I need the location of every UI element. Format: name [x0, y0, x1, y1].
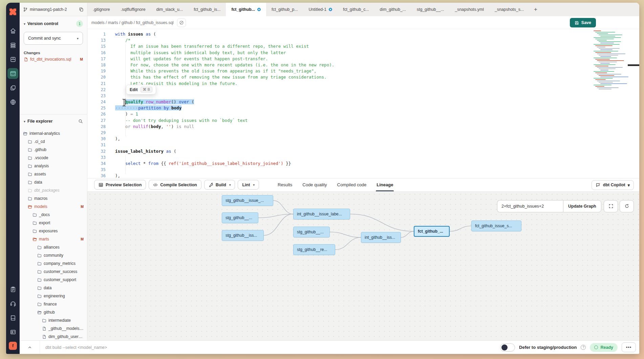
- tree-folder-.vscode[interactable]: .vscode: [20, 154, 87, 162]
- lineage-node-n1[interactable]: stg_github__issue_...: [222, 195, 273, 206]
- tree-folder-dbt_packages[interactable]: dbt_packages: [20, 186, 87, 194]
- tree-file-dim_github_users...[interactable]: dim_github_users...: [20, 333, 87, 340]
- editor-tab-_snapshots_s...[interactable]: _snapshots_s...: [489, 3, 529, 16]
- tree-folder-engineering[interactable]: engineering: [20, 292, 87, 300]
- lineage-node-n4[interactable]: int_github__issue_labe...: [293, 209, 350, 219]
- tree-folder-assets[interactable]: assets: [20, 170, 87, 178]
- editor-tab-.gitignore[interactable]: .gitignore: [87, 3, 115, 16]
- command-input-placeholder[interactable]: dbt build --select <model_name>: [45, 345, 107, 350]
- code-line[interactable]: 18 For now, choose the one with more rec…: [87, 62, 639, 68]
- tree-folder-_docs[interactable]: _docs: [20, 211, 87, 219]
- lineage-panel[interactable]: stg_github__issue_...stg_github__...stg_…: [87, 192, 639, 341]
- changed-file-row[interactable]: fct_dbt_invocations.sql M: [20, 56, 87, 62]
- tree-folder-community[interactable]: community: [20, 251, 87, 259]
- panel-tab-results[interactable]: Results: [273, 178, 297, 191]
- help-icon[interactable]: ?: [581, 345, 586, 350]
- lineage-selector-input[interactable]: [497, 200, 563, 212]
- tree-folder-internal-analytics[interactable]: internal-analytics: [20, 129, 87, 138]
- scrollbar-thumb[interactable]: [628, 64, 639, 66]
- code-line[interactable]: 17 will get updates for events that happ…: [87, 56, 639, 62]
- tree-file-_github__models.yml[interactable]: _github__models.yml: [20, 324, 87, 333]
- code-line[interactable]: 34 select * from {{ ref('int_github__iss…: [87, 161, 639, 167]
- defer-toggle[interactable]: [500, 343, 515, 352]
- editor-tab-fct_github_p...[interactable]: fct_github_p...: [266, 3, 303, 16]
- panel-tab-code-quality[interactable]: Code quality: [297, 178, 332, 191]
- tree-folder-export[interactable]: export: [20, 219, 87, 227]
- code-line[interactable]: 20 this has the effect of removing the n…: [87, 74, 639, 80]
- commit-and-sync-select[interactable]: Commit and sync ▾: [24, 32, 83, 45]
- preview-selection-button[interactable]: Preview Selection: [94, 180, 146, 190]
- tree-folder-analysis[interactable]: analysis: [20, 162, 87, 170]
- code-line[interactable]: 22: [87, 87, 639, 93]
- ide-icon[interactable]: [7, 68, 18, 79]
- code-line[interactable]: 21 Let's revisit this modeling in the fu…: [87, 81, 639, 87]
- editor-tab-dim_github_...[interactable]: dim_github_...: [374, 3, 411, 16]
- code-line[interactable]: 15 If an issue has been transferred to a…: [87, 43, 639, 49]
- code-line[interactable]: 25········partition by body: [87, 105, 639, 111]
- code-editor[interactable]: 1with issues as (13 /*15 If an issue has…: [87, 29, 639, 178]
- lineage-node-n8[interactable]: fct_github_...: [414, 226, 450, 237]
- editor-tab-.sqlfluffignore[interactable]: .sqlfluffignore: [115, 3, 151, 16]
- panel-tab-compiled-code[interactable]: Compiled code: [332, 178, 372, 191]
- editor-tab-stg_github__...[interactable]: stg_github__...: [411, 3, 450, 16]
- lineage-node-n3[interactable]: stg_github__iss...: [222, 230, 264, 241]
- tree-folder-company_metrics[interactable]: company_metrics: [20, 259, 87, 268]
- version-control-header[interactable]: ▾ Version control 1: [20, 16, 87, 28]
- lineage-node-n5[interactable]: stg_github__...: [293, 227, 330, 237]
- support-headset-icon[interactable]: [7, 298, 18, 309]
- lineage-node-n9[interactable]: fct_github_issue_s...: [471, 220, 521, 231]
- new-tab-button[interactable]: +: [529, 3, 542, 16]
- code-line[interactable]: 29: [87, 130, 639, 136]
- tree-folder-intermediate[interactable]: intermediate: [20, 316, 87, 324]
- refresh-button[interactable]: [620, 200, 634, 212]
- minimap[interactable]: [594, 30, 631, 90]
- code-line[interactable]: 13 /*: [87, 37, 639, 43]
- lineage-node-n7[interactable]: int_github__iss...: [361, 232, 401, 243]
- code-line[interactable]: 19 While this prevents the old issue fro…: [87, 68, 639, 74]
- editor-tab-Untitled-1[interactable]: Untitled-1: [303, 3, 338, 16]
- user-avatar[interactable]: f: [9, 342, 17, 350]
- dashboard-icon[interactable]: [7, 54, 18, 65]
- code-line[interactable]: 32issue_label_history as (: [87, 148, 639, 154]
- editor-tab-dim_slack_u...[interactable]: dim_slack_u...: [151, 3, 189, 16]
- lint-button[interactable]: Lint ▾: [238, 180, 259, 190]
- tree-folder-exposures[interactable]: exposures: [20, 227, 87, 235]
- editor-tab-_snapshots.yml[interactable]: _snapshots.yml: [450, 3, 489, 16]
- search-icon[interactable]: [78, 119, 83, 124]
- update-graph-button[interactable]: Update Graph: [563, 200, 601, 212]
- code-line[interactable]: 16 multiple issues with identical body t…: [87, 50, 639, 56]
- compile-selection-button[interactable]: Compile Selection: [149, 180, 201, 190]
- copy-icon[interactable]: [79, 7, 84, 12]
- code-line[interactable]: 35: [87, 167, 639, 173]
- open-in-explorer-button[interactable]: [177, 18, 186, 27]
- code-line[interactable]: 33: [87, 154, 639, 161]
- compare-icon[interactable]: [7, 82, 18, 93]
- edit-tooltip[interactable]: Edit ⌘ B: [126, 85, 156, 94]
- code-line[interactable]: 23: [87, 93, 639, 99]
- dbt-copilot-button[interactable]: dbt Copilot ▾: [592, 180, 634, 190]
- code-line[interactable]: 30),: [87, 136, 639, 142]
- tree-folder-data[interactable]: data: [20, 284, 87, 292]
- fullscreen-button[interactable]: [604, 200, 618, 212]
- panel-tab-lineage[interactable]: Lineage: [371, 178, 398, 191]
- tree-folder-macros[interactable]: macros: [20, 194, 87, 203]
- branch-widget[interactable]: mirnawong1-patch-2: [20, 3, 87, 16]
- more-options-button[interactable]: •••: [622, 342, 636, 352]
- home-icon[interactable]: [7, 25, 18, 36]
- tree-folder-models[interactable]: modelsM: [20, 203, 87, 211]
- code-line[interactable]: 36),: [87, 173, 639, 178]
- tree-folder-marts[interactable]: martsM: [20, 235, 87, 243]
- expand-command-bar-button[interactable]: [20, 341, 40, 354]
- code-line[interactable]: 27 -- don't try deduping issues with no …: [87, 118, 639, 124]
- lineage-node-n2[interactable]: stg_github__...: [222, 212, 258, 223]
- changelog-icon[interactable]: [7, 284, 18, 295]
- file-explorer-header[interactable]: ▾ File explorer: [20, 117, 87, 126]
- environments-icon[interactable]: [7, 40, 18, 50]
- lineage-node-n6[interactable]: stg_github__re...: [293, 244, 335, 255]
- code-line[interactable]: 31: [87, 142, 639, 148]
- code-line[interactable]: 1with issues as (: [87, 31, 639, 37]
- tree-folder-.ci_cd[interactable]: .ci_cd: [20, 138, 87, 146]
- tree-folder-finance[interactable]: finance: [20, 300, 87, 308]
- tree-folder-customer_success[interactable]: customer_success: [20, 268, 87, 276]
- tree-folder-.github[interactable]: .github: [20, 146, 87, 154]
